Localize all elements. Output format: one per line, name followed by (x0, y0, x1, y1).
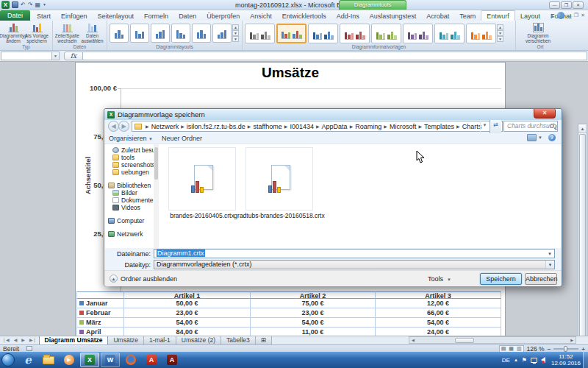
change-chart-type-button[interactable]: Diagrammtyp ändern (1, 22, 25, 43)
file-tile-gradtubs-brandes-20160518-crtx[interactable]: gradtubs-brandes-20160518.crtx (245, 147, 313, 219)
tab-team[interactable]: Team (454, 11, 481, 21)
gallery-up-icon[interactable]: ▲ (497, 24, 503, 30)
nav-item-videos[interactable]: Videos (105, 204, 154, 211)
excel-taskbar-icon[interactable]: X (80, 353, 99, 367)
move-chart-button[interactable]: Diagramm verschieben (517, 22, 559, 43)
vertical-scrollbar[interactable]: ▲ ▼ (578, 124, 587, 368)
name-box[interactable] (1, 52, 52, 60)
breadcrumb-segment-staffhome[interactable]: staffhome (252, 123, 282, 130)
gallery-more-icon[interactable]: ▼ (232, 36, 239, 42)
tools-menu[interactable]: Tools ▼ (428, 275, 451, 283)
layout-thumb-2[interactable] (130, 24, 149, 43)
sheet-tab-tabelle3[interactable]: Tabelle3 (221, 336, 256, 344)
minimize-icon[interactable]: — (549, 1, 560, 9)
views-button[interactable]: ▼ (527, 134, 542, 141)
layout-thumb-1[interactable] (110, 24, 129, 43)
nav-item-uebungen[interactable]: uebungen (105, 169, 154, 176)
vertical-scroll-thumb[interactable] (579, 134, 586, 368)
acrobat-reader-icon[interactable]: A (142, 353, 161, 367)
formula-input[interactable] (83, 52, 587, 60)
style-thumb-green[interactable] (371, 24, 401, 43)
style-thumb-teal[interactable] (434, 24, 465, 43)
layout-thumb-5[interactable] (192, 24, 211, 43)
network-tray-icon[interactable] (531, 358, 537, 363)
new-folder-button[interactable]: Neuer Ordner (157, 135, 207, 142)
media-player-icon[interactable]: ▶ (60, 353, 79, 367)
firefox-icon[interactable] (121, 353, 140, 367)
tab-add-ins[interactable]: Add-Ins (331, 11, 365, 21)
gallery-up-icon[interactable]: ▲ (232, 24, 239, 30)
close-icon[interactable]: ✕ (573, 1, 584, 9)
nav-item-tools[interactable]: tools (105, 154, 154, 161)
language-indicator[interactable]: DE (502, 357, 510, 364)
dialog-close-icon[interactable]: ✕ (534, 109, 556, 118)
tab-formeln[interactable]: Formeln (139, 11, 173, 21)
forward-icon[interactable]: ▶ (118, 121, 129, 132)
cancel-button[interactable]: Abbrechen (525, 273, 557, 285)
scroll-up-icon[interactable]: ▲ (578, 124, 587, 133)
nav-item-dokumente[interactable]: Dokumente (105, 197, 154, 204)
breadcrumb[interactable]: ▶Netzwerk▶isilon.fs2.rz.tu-bs.de▶staffho… (132, 121, 503, 132)
breadcrumb-segment-charts[interactable]: Charts (462, 123, 483, 130)
nav-item-bibliotheken[interactable]: Bibliotheken (105, 182, 154, 189)
filename-input[interactable]: Diagramm1.crtx▼ (154, 249, 555, 258)
tab-einfügen[interactable]: Einfügen (56, 11, 93, 21)
macro-record-icon[interactable] (26, 346, 32, 351)
hide-folders-button[interactable]: ▲Ordner ausblenden (104, 275, 177, 283)
show-desktop-button[interactable] (583, 352, 588, 368)
prev-sheet-icon[interactable]: ◀ (12, 336, 20, 344)
nav-item-computer[interactable]: Computer (105, 217, 154, 224)
switch-row-column-button[interactable]: Zeile/Spalte wechseln (54, 22, 80, 43)
start-button[interactable] (1, 353, 15, 367)
style-thumb-blue[interactable] (308, 24, 338, 43)
style-thumb-purple[interactable] (403, 24, 433, 43)
tab-start[interactable]: Start (32, 11, 56, 21)
insert-worksheet-icon[interactable]: ⊞ (256, 336, 272, 344)
breadcrumb-segment-netzwerk[interactable]: Netzwerk (151, 123, 180, 130)
sheet-tab-umsätze-2-[interactable]: Umsätze (2) (176, 336, 221, 344)
internet-explorer-icon[interactable]: e (18, 353, 37, 367)
workbook-restore-icon[interactable]: ❐ (574, 13, 578, 18)
restore-icon[interactable]: ❐ (561, 1, 572, 9)
save-button[interactable]: Speichern (480, 273, 522, 285)
nav-item-netzwerk[interactable]: Netzwerk (105, 230, 154, 238)
select-data-button[interactable]: Daten auswählen (80, 22, 104, 43)
breadcrumb-segment-appdata[interactable]: AppData (321, 123, 348, 130)
taskbar-clock[interactable]: 11:52 12.09.2016 (551, 353, 581, 367)
breadcrumb-segment-templates[interactable]: Templates (423, 123, 455, 130)
back-icon[interactable]: ◀ (108, 121, 119, 132)
tab-layout[interactable]: Layout (515, 11, 545, 21)
sheet-tab-1-mal-1[interactable]: 1-mal-1 (144, 336, 176, 344)
tab-seitenlayout[interactable]: Seitenlayout (93, 11, 140, 21)
tab-acrobat[interactable]: Acrobat (421, 11, 454, 21)
nav-item-zuletzt-besucht[interactable]: Zuletzt besucht (105, 146, 154, 154)
layout-thumb-4[interactable] (171, 24, 190, 43)
nav-item-screenshots[interactable]: screenshots (105, 161, 154, 169)
insert-function-icon[interactable]: fx (64, 52, 83, 60)
hidden-icons-icon[interactable]: ▲ (514, 358, 518, 362)
tab-auslastungstest[interactable]: Auslastungstest (365, 11, 422, 21)
help-icon[interactable]: ? (557, 12, 564, 19)
normal-view-icon[interactable]: ▤ (500, 346, 508, 352)
sheet-tab-umsätze[interactable]: Umsätze (108, 336, 144, 344)
first-sheet-icon[interactable]: ❘◀ (0, 336, 12, 344)
breadcrumb-segment-isilon-fs2-rz-tu-bs-de[interactable]: isilon.fs2.rz.tu-bs.de (186, 123, 246, 130)
style-thumb-gray[interactable] (245, 24, 275, 43)
horizontal-scrollbar[interactable]: ◀ ▶ (409, 336, 576, 344)
save-as-template-button[interactable]: Als Vorlage speichern (25, 22, 49, 43)
chart-y-axis-title[interactable]: Achsentitel (84, 154, 92, 198)
file-tile-brandes-20160405-crtx[interactable]: brandes-20160405.crtx (168, 147, 236, 219)
chart-title[interactable]: Umsätze (76, 65, 505, 81)
tab-entwicklertools[interactable]: Entwicklertools (277, 11, 331, 21)
breadcrumb-segment-roaming[interactable]: Roaming (354, 123, 382, 130)
horizontal-scroll-thumb[interactable] (455, 338, 474, 343)
page-break-view-icon[interactable]: ▥ (515, 346, 523, 352)
breadcrumb-segment-microsoft[interactable]: Microsoft (389, 123, 417, 130)
tab-ansicht[interactable]: Ansicht (245, 11, 277, 21)
style-thumb-red[interactable] (340, 24, 370, 43)
windows-explorer-icon[interactable] (39, 353, 58, 367)
scroll-left-icon[interactable]: ◀ (409, 338, 417, 342)
workbook-close-icon[interactable]: ✕ (581, 13, 585, 18)
word-taskbar-icon[interactable]: W (101, 353, 120, 367)
gallery-more-icon[interactable]: ▼ (497, 36, 503, 42)
